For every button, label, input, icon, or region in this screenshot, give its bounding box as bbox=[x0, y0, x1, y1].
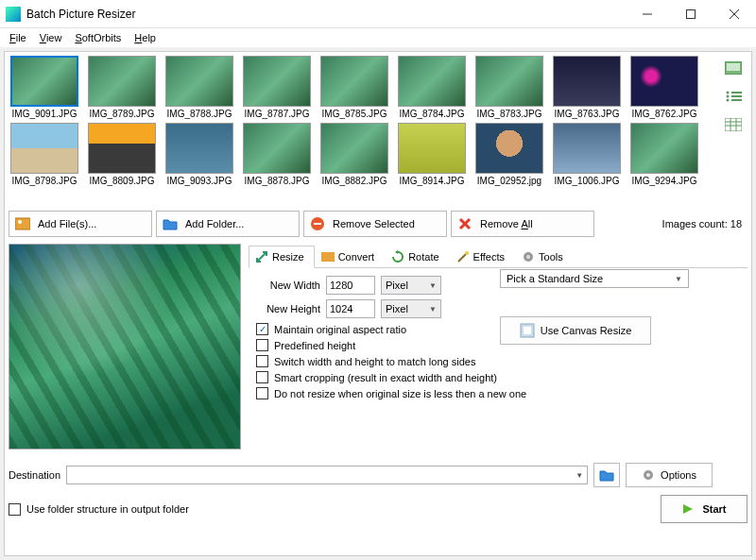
menu-view[interactable]: View bbox=[34, 30, 68, 45]
close-button[interactable] bbox=[713, 0, 756, 28]
thumbnail-item[interactable]: IMG_8783.JPG bbox=[473, 56, 545, 119]
remove-selected-button[interactable]: Remove Selected bbox=[303, 211, 447, 237]
thumbnail-item[interactable]: IMG_8798.JPG bbox=[9, 123, 80, 186]
tab-tools[interactable]: Tools bbox=[515, 246, 574, 267]
view-details-icon[interactable] bbox=[723, 114, 744, 135]
svg-rect-20 bbox=[314, 223, 321, 225]
menu-help[interactable]: Help bbox=[129, 30, 162, 45]
thumbnail-label: IMG_9091.JPG bbox=[9, 109, 80, 119]
menu-file[interactable]: File bbox=[4, 30, 32, 45]
smart-cropping-checkbox[interactable] bbox=[256, 371, 268, 383]
thumbnail-label: IMG_8785.JPG bbox=[318, 109, 390, 119]
thumbnail-item[interactable]: IMG_02952.jpg bbox=[473, 123, 545, 186]
thumbnail-label: IMG_8914.JPG bbox=[396, 176, 468, 186]
thumbnail-item[interactable]: IMG_8914.JPG bbox=[396, 123, 468, 186]
aspect-ratio-checkbox[interactable]: ✓ bbox=[256, 323, 268, 335]
svg-point-10 bbox=[727, 99, 730, 102]
minimize-button[interactable] bbox=[626, 0, 669, 28]
thumbnail-item[interactable]: IMG_8784.JPG bbox=[396, 56, 468, 119]
destination-label: Destination bbox=[9, 469, 60, 481]
thumbnail-label: IMG_8762.JPG bbox=[628, 109, 700, 119]
thumbnail-image bbox=[475, 56, 543, 107]
predefined-height-label: Predefined height bbox=[274, 340, 355, 351]
thumbnail-image bbox=[243, 123, 311, 174]
thumbnail-label: IMG_8878.JPG bbox=[241, 176, 313, 186]
add-folder-button[interactable]: Add Folder... bbox=[156, 211, 300, 237]
thumbnail-label: IMG_8789.JPG bbox=[86, 109, 158, 119]
thumbnail-item[interactable]: IMG_9091.JPG bbox=[9, 56, 80, 119]
gear-icon bbox=[642, 468, 655, 482]
title-bar: Batch Picture Resizer bbox=[0, 0, 756, 28]
thumbnail-item[interactable]: IMG_8809.JPG bbox=[86, 123, 158, 186]
app-icon bbox=[6, 7, 21, 22]
canvas-icon bbox=[520, 323, 535, 338]
svg-point-18 bbox=[18, 220, 22, 224]
thumbnail-label: IMG_1006.JPG bbox=[551, 176, 623, 186]
maximize-button[interactable] bbox=[669, 0, 713, 28]
options-button[interactable]: Options bbox=[626, 463, 713, 487]
tab-rotate[interactable]: Rotate bbox=[385, 246, 449, 267]
play-icon bbox=[681, 502, 695, 516]
width-unit-select[interactable]: Pixel▼ bbox=[381, 276, 441, 295]
menu-softorbits[interactable]: SoftOrbits bbox=[69, 30, 127, 45]
thumbnail-image bbox=[630, 56, 698, 107]
svg-rect-17 bbox=[15, 218, 30, 229]
thumbnail-item[interactable]: IMG_8789.JPG bbox=[86, 56, 158, 119]
height-unit-select[interactable]: Pixel▼ bbox=[381, 299, 441, 318]
thumbnail-image bbox=[165, 56, 233, 107]
tab-convert[interactable]: Convert bbox=[315, 246, 386, 267]
switch-sides-checkbox[interactable] bbox=[256, 355, 268, 367]
thumbnail-image bbox=[398, 56, 466, 107]
thumbnail-label: IMG_8787.JPG bbox=[241, 109, 313, 119]
view-list-icon[interactable] bbox=[723, 86, 744, 107]
thumbnail-image bbox=[553, 123, 621, 174]
start-button[interactable]: Start bbox=[661, 495, 747, 523]
view-thumbnails-icon[interactable] bbox=[723, 58, 744, 78]
thumbnail-image bbox=[475, 123, 543, 174]
remove-all-label: Remove All bbox=[480, 218, 533, 229]
thumbnail-item[interactable]: IMG_8878.JPG bbox=[241, 123, 313, 186]
folder-structure-checkbox[interactable] bbox=[9, 503, 21, 516]
thumbnail-label: IMG_8809.JPG bbox=[86, 176, 158, 186]
switch-sides-label: Switch width and height to match long si… bbox=[274, 356, 475, 367]
thumbnail-label: IMG_8784.JPG bbox=[396, 109, 468, 119]
remove-icon bbox=[310, 216, 325, 231]
thumbnail-item[interactable]: IMG_8762.JPG bbox=[628, 56, 700, 119]
menu-bar: File View SoftOrbits Help bbox=[0, 28, 756, 47]
remove-all-button[interactable]: Remove All bbox=[451, 211, 594, 237]
thumbnail-item[interactable]: IMG_8788.JPG bbox=[163, 56, 235, 119]
thumbnail-item[interactable]: IMG_9294.JPG bbox=[628, 123, 700, 186]
thumbnail-image bbox=[88, 56, 156, 107]
tab-effects[interactable]: Effects bbox=[450, 246, 515, 267]
browse-folder-button[interactable] bbox=[593, 463, 620, 487]
tab-resize[interactable]: Resize bbox=[249, 246, 315, 268]
thumbnail-item[interactable]: IMG_1006.JPG bbox=[551, 123, 623, 186]
remove-all-icon bbox=[457, 216, 472, 231]
thumbnail-item[interactable]: IMG_8785.JPG bbox=[318, 56, 390, 119]
add-files-button[interactable]: Add File(s)... bbox=[9, 211, 152, 237]
thumbnail-image bbox=[243, 56, 311, 107]
no-resize-checkbox[interactable] bbox=[256, 387, 268, 399]
thumbnail-item[interactable]: IMG_8763.JPG bbox=[551, 56, 623, 119]
width-input[interactable] bbox=[326, 276, 375, 295]
thumbnail-item[interactable]: IMG_9093.JPG bbox=[163, 123, 235, 186]
no-resize-label: Do not resize when original size is less… bbox=[274, 388, 526, 399]
width-label: New Width bbox=[252, 280, 320, 291]
thumbnail-item[interactable]: IMG_8787.JPG bbox=[241, 56, 313, 119]
add-files-label: Add File(s)... bbox=[38, 218, 96, 229]
canvas-resize-button[interactable]: Use Canvas Resize bbox=[500, 316, 651, 345]
standard-size-select[interactable]: Pick a Standard Size▼ bbox=[500, 269, 689, 288]
predefined-height-checkbox[interactable] bbox=[256, 339, 268, 351]
thumbnail-item[interactable]: IMG_8882.JPG bbox=[318, 123, 390, 186]
svg-rect-23 bbox=[321, 252, 335, 262]
height-input[interactable] bbox=[326, 299, 375, 318]
svg-point-6 bbox=[727, 92, 730, 94]
svg-rect-1 bbox=[687, 9, 696, 18]
images-count-label: Images count: 18 bbox=[662, 218, 742, 229]
svg-point-30 bbox=[646, 473, 650, 477]
destination-combo[interactable]: ▼ bbox=[66, 466, 588, 484]
aspect-ratio-label: Maintain original aspect ratio bbox=[274, 324, 406, 335]
chevron-down-icon: ▼ bbox=[429, 281, 437, 290]
thumbnail-label: IMG_8783.JPG bbox=[473, 109, 545, 119]
height-label: New Height bbox=[252, 303, 320, 314]
